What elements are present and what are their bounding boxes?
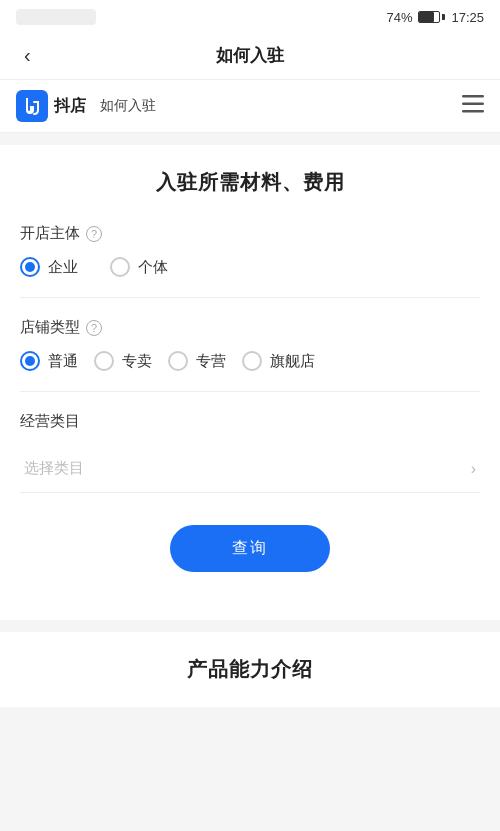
radio-circle-individual (110, 257, 130, 277)
chevron-right-icon: › (471, 460, 476, 478)
bottom-section-title: 产品能力介绍 (20, 656, 480, 683)
status-bar: 74% 17:25 (0, 0, 500, 32)
brand-bar: 抖店 如何入驻 (0, 80, 500, 133)
category-selector[interactable]: 选择类目 › (20, 445, 480, 493)
section-title: 入驻所需材料、费用 (20, 169, 480, 196)
nav-bar: ‹ 如何入驻 (0, 32, 500, 80)
shop-type-flagship[interactable]: 旗舰店 (242, 351, 315, 371)
radio-label-special: 专营 (196, 352, 226, 371)
menu-button[interactable] (462, 95, 484, 118)
time-display: 17:25 (451, 10, 484, 25)
shop-type-exclusive[interactable]: 专卖 (94, 351, 152, 371)
radio-circle-exclusive (94, 351, 114, 371)
radio-circle-normal (20, 351, 40, 371)
brand-left: 抖店 如何入驻 (16, 90, 156, 122)
divider-1 (20, 297, 480, 298)
brand-subtitle: 如何入驻 (100, 97, 156, 115)
owner-type-label: 开店主体 ? (20, 224, 480, 243)
divider-2 (20, 391, 480, 392)
shop-type-label: 店铺类型 ? (20, 318, 480, 337)
radio-label-flagship: 旗舰店 (270, 352, 315, 371)
category-group: 经营类目 选择类目 › (20, 412, 480, 493)
app-name-placeholder (16, 9, 96, 25)
radio-label-individual: 个体 (138, 258, 168, 277)
shop-type-normal[interactable]: 普通 (20, 351, 78, 371)
owner-type-help-icon[interactable]: ? (86, 226, 102, 242)
svg-rect-2 (462, 102, 484, 105)
svg-rect-1 (462, 95, 484, 98)
status-bar-right: 74% 17:25 (386, 10, 484, 25)
shop-type-radio-group: 普通 专卖 专营 旗舰店 (20, 351, 480, 371)
brand-logo-icon (16, 90, 48, 122)
category-label: 经营类目 (20, 412, 480, 431)
shop-type-help-icon[interactable]: ? (86, 320, 102, 336)
bottom-section: 产品能力介绍 (0, 632, 500, 707)
radio-circle-special (168, 351, 188, 371)
back-button[interactable]: ‹ (16, 36, 39, 75)
owner-type-group: 开店主体 ? 企业 个体 (20, 224, 480, 277)
battery-icon (418, 11, 445, 23)
radio-label-normal: 普通 (48, 352, 78, 371)
category-placeholder: 选择类目 (24, 459, 84, 478)
shop-type-group: 店铺类型 ? 普通 专卖 专营 旗舰店 (20, 318, 480, 371)
owner-type-enterprise[interactable]: 企业 (20, 257, 78, 277)
svg-rect-3 (462, 110, 484, 113)
owner-type-radio-group: 企业 个体 (20, 257, 480, 277)
battery-percent: 74% (386, 10, 412, 25)
brand-name: 抖店 (54, 96, 86, 117)
nav-title: 如何入驻 (216, 44, 284, 67)
radio-circle-enterprise (20, 257, 40, 277)
main-content: 入驻所需材料、费用 开店主体 ? 企业 个体 店铺类型 ? 普通 (0, 145, 500, 620)
query-button[interactable]: 查询 (170, 525, 330, 572)
shop-type-special[interactable]: 专营 (168, 351, 226, 371)
owner-type-individual[interactable]: 个体 (110, 257, 168, 277)
radio-label-enterprise: 企业 (48, 258, 78, 277)
radio-circle-flagship (242, 351, 262, 371)
radio-label-exclusive: 专卖 (122, 352, 152, 371)
